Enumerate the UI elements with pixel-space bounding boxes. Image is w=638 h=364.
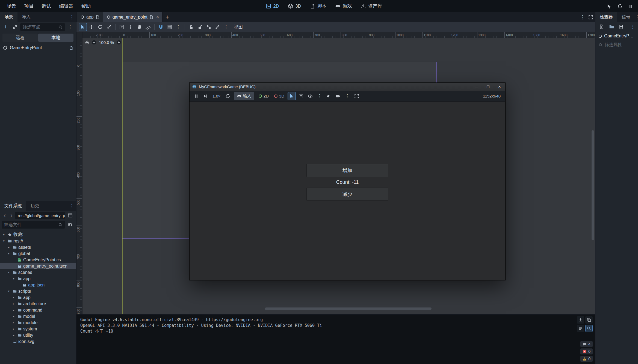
minimize-button[interactable]: – [471, 83, 482, 91]
expand-icon[interactable]: ▸ [11, 296, 16, 299]
embed-fullscreen-button[interactable] [353, 92, 361, 100]
camera-override-button[interactable] [334, 92, 342, 100]
close-button[interactable]: × [494, 83, 505, 91]
restart-game-button[interactable] [616, 2, 624, 11]
filesystem-dock-menu-button[interactable]: ⋮ [68, 201, 76, 211]
move-tool-button[interactable] [87, 23, 96, 31]
inspector-tab-1[interactable]: 信号 [617, 12, 635, 22]
fs-item-app.tscn[interactable]: app.tscn [0, 282, 76, 288]
filter-files-input[interactable]: 筛选文件 [2, 221, 65, 229]
fs-item-command[interactable]: ▸command [0, 307, 76, 313]
scene-tab-app[interactable]: app [77, 12, 103, 22]
list-select-tool-button[interactable] [118, 23, 126, 31]
pick-node-button[interactable] [288, 92, 296, 100]
scene-dock-tab-0[interactable]: 场景 [0, 12, 17, 22]
expand-icon[interactable]: ▸ [11, 315, 16, 318]
fs-item-architecture[interactable]: ▸architecture [0, 301, 76, 307]
scroll-to-bottom-button[interactable] [577, 316, 584, 324]
close-tab-icon[interactable]: × [156, 14, 159, 20]
game-pause-button[interactable] [192, 92, 200, 100]
game-debug-window[interactable]: MyGFrameworkGame (DEBUG) – □ × 1.0× [189, 82, 506, 280]
scene-tree-node-root[interactable]: GameEntryPoint [0, 43, 76, 52]
fs-item-GameEntryPoint.cs[interactable]: C#GameEntryPoint.cs [0, 257, 76, 263]
output-log[interactable]: Godot Engine v4.6.stable.mono.official.8… [76, 315, 577, 364]
2d-canvas[interactable]: 100.0 % MyGFrameworkGame (DEBUG) – □ × [82, 38, 595, 314]
fs-item-assets[interactable]: ▸assets [0, 244, 76, 250]
workspace-脚本[interactable]: 脚本 [306, 1, 330, 11]
more-tools-button[interactable]: ⋮ [222, 23, 230, 31]
copy-log-button[interactable] [585, 316, 593, 324]
scene-dock-segment-0[interactable]: 远程 [2, 34, 38, 42]
fs-item-module[interactable]: ▸module [0, 319, 76, 326]
scene-tabs-menu-button[interactable]: ⋮ [578, 13, 587, 21]
line-wrap-button[interactable] [577, 325, 584, 332]
output-badge-error[interactable]: 0 [580, 348, 593, 354]
game-window-titlebar[interactable]: MyGFrameworkGame (DEBUG) – □ × [190, 83, 505, 91]
fs-forward-button[interactable]: › [8, 212, 14, 219]
decrease-button[interactable]: 减少 [306, 188, 388, 201]
fs-sort-button[interactable] [66, 221, 74, 229]
menu-item-2[interactable]: 调试 [38, 1, 55, 11]
new-scene-tab-button[interactable]: + [163, 12, 172, 22]
pause-game-button[interactable] [627, 2, 635, 11]
collapse-icon[interactable]: ▾ [2, 239, 6, 243]
collapse-icon[interactable]: ▾ [2, 233, 6, 236]
save-resource-button[interactable] [617, 23, 625, 31]
unlock-node-button[interactable] [196, 23, 204, 31]
reset-speed-button[interactable] [224, 92, 232, 100]
output-badge-info[interactable]: 4 [580, 341, 593, 347]
menu-item-1[interactable]: 项目 [20, 1, 38, 11]
fs-item-scripts[interactable]: ▾scripts [0, 288, 76, 294]
collapse-icon[interactable]: ▾ [11, 277, 16, 280]
expand-icon[interactable]: ▸ [11, 327, 16, 331]
zoom-level[interactable]: 100.0 % [98, 40, 114, 45]
fs-toggle-split-button[interactable] [66, 211, 74, 220]
snap-options-button[interactable]: ⋮ [174, 23, 182, 31]
scene-dock-segment-1[interactable]: 本地 [38, 34, 73, 42]
fs-item-utility[interactable]: ▸utility [0, 332, 76, 338]
instantiate-scene-button[interactable] [11, 23, 19, 31]
filter-nodes-input[interactable]: 筛选节点 [20, 23, 65, 31]
skeleton-options-button[interactable] [213, 23, 221, 31]
fs-item-res[interactable]: ▾res:// [0, 238, 76, 244]
search-log-button[interactable] [585, 325, 593, 332]
inspector-tab-0[interactable]: 检查器 [595, 12, 617, 22]
menu-item-3[interactable]: 编辑器 [55, 1, 77, 11]
workspace-2D[interactable]: 2D [262, 2, 283, 11]
expand-editor-button[interactable] [587, 13, 595, 21]
rotate-tool-button[interactable] [96, 23, 104, 31]
collapse-icon[interactable]: ▾ [7, 289, 11, 293]
expand-icon[interactable]: ▸ [11, 308, 16, 312]
workspace-3D[interactable]: 3D [284, 2, 305, 11]
view-menu-button[interactable]: 视图 [231, 24, 246, 30]
load-resource-button[interactable] [607, 23, 616, 31]
pan-tool-button[interactable] [135, 23, 143, 31]
filesystem-dock-tab-0[interactable]: 文件系统 [0, 201, 26, 211]
workspace-游戏[interactable]: 游戏 [332, 1, 356, 11]
selection-list-button[interactable] [297, 92, 305, 100]
fs-item-model[interactable]: ▸model [0, 313, 76, 319]
filesystem-dock-tab-1[interactable]: 历史 [26, 201, 44, 211]
fs-item-app[interactable]: ▸app [0, 294, 76, 301]
fs-item-game_entry_point.tscn[interactable]: game_entry_point.tscn [0, 263, 76, 269]
visibility-button[interactable] [306, 92, 314, 100]
increase-button[interactable]: 增加 [306, 164, 388, 177]
maximize-button[interactable]: □ [482, 83, 494, 91]
scene-dock-menu-button[interactable]: ⋮ [68, 12, 76, 22]
workspace-资产库[interactable]: 资产库 [357, 1, 386, 11]
output-badge-warning[interactable]: 0 [580, 356, 593, 362]
fs-item-system[interactable]: ▸system [0, 326, 76, 332]
select-mode-3d-button[interactable]: 3D [272, 92, 286, 100]
selection-options-button[interactable]: ⋮ [315, 92, 324, 100]
fs-back-button[interactable]: ‹ [2, 212, 8, 219]
fs-item-global[interactable]: ▾global [0, 250, 76, 257]
inspector-dock-menu-button[interactable]: ⋮ [635, 12, 638, 22]
filter-properties-input[interactable]: 筛选属性 [598, 41, 636, 49]
grid-snap-button[interactable] [166, 23, 174, 31]
select-tool-button[interactable] [79, 23, 87, 31]
new-resource-button[interactable] [598, 23, 606, 31]
zoom-in-button[interactable] [116, 40, 121, 45]
fs-item-[interactable]: ▾收藏: [0, 232, 76, 238]
camera-options-button[interactable]: ⋮ [343, 92, 352, 100]
zoom-out-button[interactable] [91, 40, 96, 45]
